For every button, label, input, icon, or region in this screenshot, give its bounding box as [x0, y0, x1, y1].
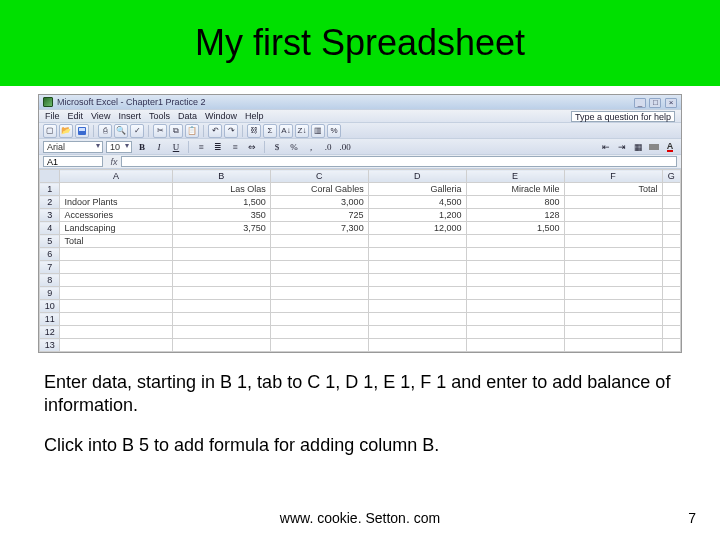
row-header[interactable]: 12: [40, 326, 60, 339]
cell[interactable]: [60, 313, 172, 326]
cell[interactable]: [270, 274, 368, 287]
cell[interactable]: [564, 274, 662, 287]
col-header-E[interactable]: E: [466, 170, 564, 183]
cell[interactable]: [662, 339, 680, 352]
cell[interactable]: [172, 287, 270, 300]
cell[interactable]: [172, 326, 270, 339]
cell[interactable]: [466, 274, 564, 287]
comma-icon[interactable]: ,: [304, 140, 318, 154]
row-header[interactable]: 10: [40, 300, 60, 313]
minimize-icon[interactable]: _: [634, 98, 646, 108]
font-size-box[interactable]: 10: [106, 141, 132, 153]
cell[interactable]: [172, 300, 270, 313]
col-header-F[interactable]: F: [564, 170, 662, 183]
row-header[interactable]: 13: [40, 339, 60, 352]
decrease-indent-icon[interactable]: ⇤: [599, 140, 613, 154]
zoom-icon[interactable]: %: [327, 124, 341, 138]
cell[interactable]: [662, 274, 680, 287]
cell[interactable]: Coral Gables: [270, 183, 368, 196]
save-icon[interactable]: [75, 124, 89, 138]
cell[interactable]: Las Olas: [172, 183, 270, 196]
cell[interactable]: [662, 287, 680, 300]
cell[interactable]: [466, 235, 564, 248]
align-center-icon[interactable]: ≣: [211, 140, 225, 154]
cell[interactable]: [662, 196, 680, 209]
cell[interactable]: [466, 248, 564, 261]
cell[interactable]: 350: [172, 209, 270, 222]
currency-icon[interactable]: $: [270, 140, 284, 154]
merge-center-icon[interactable]: ⇔: [245, 140, 259, 154]
cell[interactable]: [564, 209, 662, 222]
cell[interactable]: [368, 235, 466, 248]
cell[interactable]: 3,750: [172, 222, 270, 235]
cell[interactable]: [270, 339, 368, 352]
cell[interactable]: [368, 274, 466, 287]
cell[interactable]: [270, 313, 368, 326]
cell[interactable]: [60, 274, 172, 287]
open-icon[interactable]: 📂: [59, 124, 73, 138]
col-header-C[interactable]: C: [270, 170, 368, 183]
cell[interactable]: [172, 248, 270, 261]
cell[interactable]: [662, 183, 680, 196]
row-header[interactable]: 5: [40, 235, 60, 248]
col-header-B[interactable]: B: [172, 170, 270, 183]
cell[interactable]: [368, 287, 466, 300]
menu-window[interactable]: Window: [205, 111, 237, 121]
cell[interactable]: 3,000: [270, 196, 368, 209]
cell[interactable]: [368, 261, 466, 274]
menu-edit[interactable]: Edit: [68, 111, 84, 121]
cell[interactable]: [564, 196, 662, 209]
cell[interactable]: [564, 326, 662, 339]
cell[interactable]: [564, 313, 662, 326]
cell[interactable]: [564, 300, 662, 313]
font-name-box[interactable]: Arial: [43, 141, 103, 153]
cell[interactable]: 1,500: [466, 222, 564, 235]
print-preview-icon[interactable]: 🔍: [114, 124, 128, 138]
fx-icon[interactable]: fx: [107, 157, 121, 167]
col-header-A[interactable]: A: [60, 170, 172, 183]
formula-input[interactable]: [121, 156, 677, 167]
chart-icon[interactable]: ▥: [311, 124, 325, 138]
cell[interactable]: [564, 287, 662, 300]
sort-asc-icon[interactable]: A↓: [279, 124, 293, 138]
new-icon[interactable]: ▢: [43, 124, 57, 138]
italic-button[interactable]: I: [152, 140, 166, 154]
cell[interactable]: [368, 300, 466, 313]
cell[interactable]: Indoor Plants: [60, 196, 172, 209]
cell[interactable]: [270, 235, 368, 248]
row-header[interactable]: 3: [40, 209, 60, 222]
cell[interactable]: [60, 300, 172, 313]
cell[interactable]: Total: [60, 235, 172, 248]
cell[interactable]: [564, 248, 662, 261]
cell[interactable]: Accessories: [60, 209, 172, 222]
cell[interactable]: [662, 300, 680, 313]
row-header[interactable]: 2: [40, 196, 60, 209]
cell[interactable]: [172, 235, 270, 248]
increase-decimal-icon[interactable]: .0: [321, 140, 335, 154]
row-header[interactable]: 4: [40, 222, 60, 235]
help-search-box[interactable]: Type a question for help: [571, 111, 675, 122]
cell[interactable]: [60, 326, 172, 339]
cell[interactable]: [368, 248, 466, 261]
cell[interactable]: 800: [466, 196, 564, 209]
cell[interactable]: [270, 287, 368, 300]
cell[interactable]: [466, 287, 564, 300]
cell[interactable]: [662, 261, 680, 274]
cell[interactable]: [270, 300, 368, 313]
col-header-G[interactable]: G: [662, 170, 680, 183]
menu-data[interactable]: Data: [178, 111, 197, 121]
row-header[interactable]: 1: [40, 183, 60, 196]
cell[interactable]: [564, 339, 662, 352]
cell[interactable]: [368, 313, 466, 326]
cell[interactable]: [564, 261, 662, 274]
redo-icon[interactable]: ↷: [224, 124, 238, 138]
cell[interactable]: [60, 261, 172, 274]
cut-icon[interactable]: ✂: [153, 124, 167, 138]
borders-icon[interactable]: ▦: [631, 140, 645, 154]
cell[interactable]: [662, 326, 680, 339]
sort-desc-icon[interactable]: Z↓: [295, 124, 309, 138]
row-header[interactable]: 9: [40, 287, 60, 300]
bold-button[interactable]: B: [135, 140, 149, 154]
align-right-icon[interactable]: ≡: [228, 140, 242, 154]
increase-indent-icon[interactable]: ⇥: [615, 140, 629, 154]
